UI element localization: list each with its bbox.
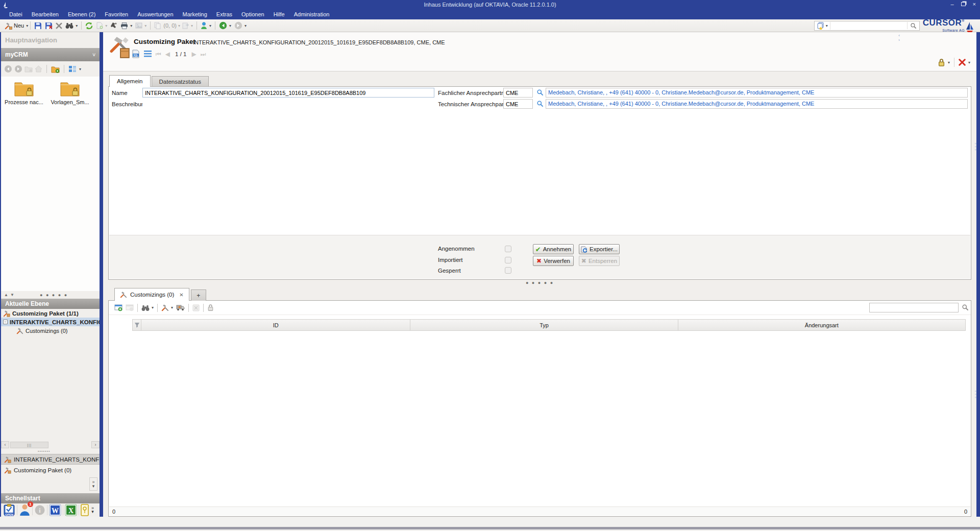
info-button[interactable]: i bbox=[34, 504, 45, 516]
sub-excel-button[interactable] bbox=[191, 303, 201, 312]
fachlich-contact-link[interactable]: Medebach, Christiane, , +49 (641) 40000 … bbox=[546, 88, 968, 98]
nav-forward-dropdown-arrow[interactable]: ▾ bbox=[244, 23, 247, 28]
last-record-icon[interactable]: ⏭ bbox=[201, 51, 206, 58]
gesperrt-checkbox[interactable] bbox=[505, 267, 511, 274]
vertical-splitter-dots[interactable]: ●●● bbox=[974, 390, 976, 399]
folder-prozesse[interactable]: Prozesse nac... bbox=[2, 81, 46, 105]
excel-button[interactable]: X bbox=[65, 504, 77, 516]
restore-button[interactable] bbox=[961, 1, 966, 7]
menu-hilfe[interactable]: Hilfe bbox=[270, 10, 289, 18]
tree-item-child[interactable]: Customizings (0) bbox=[1, 326, 100, 335]
column-header-id[interactable]: ID bbox=[141, 319, 410, 331]
customizing-tools-dropdown-arrow[interactable]: ▾ bbox=[171, 305, 173, 310]
tab-datensatzstatus[interactable]: Datensatzstatus bbox=[152, 76, 209, 87]
paste-button[interactable]: ▾ bbox=[180, 21, 194, 30]
close-button[interactable]: × bbox=[973, 1, 976, 7]
verwerfen-button[interactable]: ✖ Verwerfen bbox=[533, 256, 574, 266]
copy-button[interactable] bbox=[153, 21, 162, 30]
history-item[interactable]: INTERAKTIVE_CHARTS_KONFIGURA... bbox=[1, 454, 100, 465]
menu-favoriten[interactable]: Favoriten bbox=[101, 10, 132, 18]
technisch-lookup-button[interactable] bbox=[536, 100, 545, 108]
schnellstart-expand-button[interactable]: »▾ bbox=[91, 506, 94, 514]
angenommen-checkbox[interactable] bbox=[505, 246, 511, 252]
column-header-aenderungsart[interactable]: Änderungsart bbox=[678, 319, 966, 331]
contacts-button[interactable]: 1 bbox=[19, 504, 31, 516]
tab-allgemein[interactable]: Allgemein bbox=[109, 75, 151, 87]
view-mode-button[interactable] bbox=[68, 65, 77, 73]
user-button[interactable]: ▾ bbox=[199, 21, 213, 31]
sub-search-dropdown-arrow[interactable]: ▾ bbox=[152, 305, 154, 310]
tree-item-root[interactable]: Customizing Paket (1/1) bbox=[1, 309, 100, 318]
hscroll-left-icon[interactable]: ‹ bbox=[1, 441, 9, 448]
menu-ebenen[interactable]: Ebenen (2) bbox=[64, 10, 100, 18]
close-record-dropdown-arrow[interactable]: ▾ bbox=[968, 60, 970, 65]
add-tab-button[interactable]: + bbox=[191, 289, 206, 301]
delete-button[interactable] bbox=[54, 21, 64, 30]
tab-customizings[interactable]: Customizings (0) ✕ bbox=[114, 288, 189, 301]
splitter-down-icon[interactable]: ▼ bbox=[10, 293, 14, 297]
hscroll-thumb[interactable]: ||| bbox=[10, 442, 48, 448]
menu-datei[interactable]: Datei bbox=[5, 10, 27, 18]
mycrm-collapse-icon[interactable]: ˅ bbox=[92, 52, 95, 58]
list-view-button[interactable] bbox=[144, 51, 152, 58]
minimize-button[interactable]: – bbox=[950, 1, 953, 7]
exportieren-button[interactable]: Exportier... bbox=[579, 244, 620, 254]
history-expand-button[interactable]: »▾ bbox=[89, 477, 97, 491]
search-scope-dropdown-arrow[interactable]: ▾ bbox=[826, 23, 828, 28]
mycrm-header[interactable]: myCRM ˅ bbox=[1, 48, 100, 61]
history-item[interactable]: Customizing Paket (0) bbox=[1, 465, 100, 475]
horizontal-panel-splitter[interactable]: ● ● ● ● ● bbox=[103, 280, 976, 287]
sql-button[interactable]: SQL bbox=[132, 50, 140, 58]
nav-forward-button[interactable]: ▾ bbox=[233, 20, 248, 31]
new-folder-button[interactable] bbox=[51, 65, 60, 73]
open-tasks-button[interactable]: OPEN bbox=[3, 504, 15, 517]
global-search-go-button[interactable] bbox=[907, 22, 919, 29]
importiert-checkbox[interactable] bbox=[505, 257, 511, 263]
lock-dropdown-arrow[interactable]: ▾ bbox=[948, 60, 950, 65]
refresh-button[interactable] bbox=[84, 21, 94, 31]
save-button[interactable] bbox=[33, 21, 43, 31]
beschreibung-input[interactable] bbox=[142, 99, 434, 109]
stamp-button[interactable] bbox=[109, 21, 119, 30]
splitter-dots[interactable]: ▪▪▪▪▪▪▪ bbox=[38, 449, 50, 453]
next-record-icon[interactable]: ▶ bbox=[191, 51, 196, 58]
home-button[interactable] bbox=[35, 65, 42, 73]
fachlicher-ansprechpartner-input[interactable] bbox=[503, 88, 533, 98]
prev-record-icon[interactable]: ◀ bbox=[165, 51, 170, 58]
save-close-button[interactable] bbox=[43, 21, 54, 31]
menu-bearbeiten[interactable]: Bearbeiten bbox=[28, 10, 63, 18]
search-button[interactable]: ▾ bbox=[64, 21, 79, 30]
vertical-splitter-dots[interactable]: ●●● bbox=[974, 142, 976, 151]
close-record-button[interactable] bbox=[959, 59, 966, 66]
tree-item-selected[interactable]: − INTERAKTIVE_CHARTS_KONFIGURATION_ bbox=[1, 318, 100, 326]
technischer-ansprechpartner-input[interactable] bbox=[503, 99, 533, 109]
fachlich-lookup-button[interactable] bbox=[536, 89, 545, 97]
view-mode-dropdown-arrow[interactable]: ▾ bbox=[79, 67, 81, 71]
global-search-input[interactable] bbox=[830, 21, 907, 30]
column-header-typ[interactable]: Typ bbox=[410, 319, 678, 331]
new-page-button[interactable]: ▾ bbox=[94, 21, 109, 30]
entsperren-button[interactable]: ✖ Entsperren bbox=[579, 256, 620, 266]
menu-optionen[interactable]: Optionen bbox=[237, 10, 268, 18]
user-dropdown-arrow[interactable]: ▾ bbox=[209, 23, 211, 28]
hscroll-right-icon[interactable]: › bbox=[91, 441, 100, 448]
customizing-tools-button[interactable]: ▾ bbox=[160, 303, 175, 312]
nav-back-dropdown-arrow[interactable]: ▾ bbox=[229, 23, 231, 28]
technisch-contact-link[interactable]: Medebach, Christiane, , +49 (641) 40000 … bbox=[546, 99, 968, 109]
menu-administration[interactable]: Administration bbox=[290, 10, 334, 18]
print-dropdown-arrow[interactable]: ▾ bbox=[130, 23, 132, 28]
sidebar-hscrollbar[interactable]: ‹ ||| › bbox=[1, 441, 100, 449]
folder-up-button[interactable] bbox=[24, 65, 33, 73]
new-button[interactable]: Neu bbox=[3, 21, 26, 31]
nav-forward-circle-button[interactable] bbox=[14, 65, 22, 73]
filter-row-button[interactable] bbox=[132, 319, 141, 331]
new-dropdown-arrow[interactable]: ▾ bbox=[26, 23, 28, 28]
add-row-button[interactable] bbox=[113, 303, 124, 312]
sidebar-main-splitter[interactable] bbox=[100, 32, 103, 517]
directory-button[interactable] bbox=[81, 504, 89, 516]
word-button[interactable]: W bbox=[49, 504, 61, 516]
image-button[interactable]: ▾ bbox=[134, 21, 148, 30]
folder-vorlagen[interactable]: Vorlagen_Sm... bbox=[48, 81, 92, 105]
subpanel-filter-input[interactable] bbox=[869, 303, 959, 312]
menu-marketing[interactable]: Marketing bbox=[179, 10, 211, 18]
